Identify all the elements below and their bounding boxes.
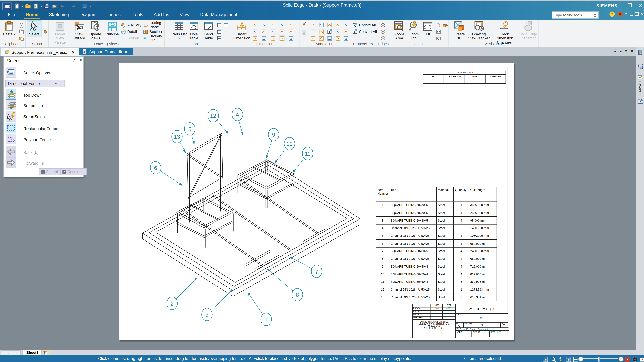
- last-sheet-icon[interactable]: ▸❘: [16, 351, 21, 356]
- update-all-button[interactable]: AUpdate All: [352, 22, 377, 28]
- dimension-tool-4-button[interactable]: [279, 22, 284, 27]
- broken-out-button[interactable]: Broken-Out: [143, 35, 164, 41]
- annotation-tool-2-button[interactable]: [319, 22, 324, 27]
- parts-list-row[interactable]: 5Channel DIN 1026 - U 50x25Steel11080.00…: [376, 232, 497, 240]
- broken-button[interactable]: Broken: [121, 35, 142, 41]
- parts-list-row[interactable]: 9SQUARE TUBING 50x50x4Steel4712.000 mm: [376, 263, 497, 270]
- restore-button[interactable]: [627, 3, 632, 8]
- ribbon-tab-diagram[interactable]: Diagram: [74, 10, 102, 19]
- annotation-tool-6-button[interactable]: [310, 29, 316, 34]
- close-button[interactable]: ✕: [638, 3, 643, 8]
- dimension-tool-14-button[interactable]: [279, 35, 284, 41]
- refresh-window-button[interactable]: [436, 35, 441, 41]
- zoom-tool-status-icon[interactable]: [559, 356, 564, 361]
- parts-list-row[interactable]: 10SQUARE TUBING 50x50x4Steel4812.000 mm: [376, 270, 497, 278]
- hole-table-button[interactable]: Hole Table: [186, 21, 201, 40]
- drawing-view-tracker-button[interactable]: Drawing View Tracker: [468, 21, 490, 40]
- annotation-tool-14-button[interactable]: [335, 35, 340, 41]
- library-panel-icon[interactable]: [638, 50, 643, 55]
- zoom-slider[interactable]: [582, 358, 618, 359]
- principal-button[interactable]: Principal: [104, 21, 121, 36]
- tab-close-icon[interactable]: ✕: [124, 49, 128, 54]
- update-window-button[interactable]: [443, 22, 448, 27]
- layers-panel-icon[interactable]: [638, 74, 643, 80]
- track-dimension-changes-button[interactable]: 1Track Dimension Changes: [491, 21, 518, 44]
- minimize-button[interactable]: [615, 4, 621, 8]
- zoom-area-button[interactable]: Zoom Area: [392, 21, 406, 40]
- table-tool-4-button[interactable]: [217, 35, 222, 41]
- layers-bottom-up-icon[interactable]: [6, 100, 16, 110]
- forward-arrow-icon[interactable]: [6, 158, 16, 167]
- select-options-button[interactable]: [6, 67, 16, 77]
- parts-list-row[interactable]: 1SQUARE TUBING 80x80x5Steel43580.000 mm: [376, 201, 497, 209]
- select-by-zone-button[interactable]: [42, 22, 48, 27]
- back-arrow-icon[interactable]: [6, 147, 16, 157]
- zoom-status-icon[interactable]: [551, 356, 556, 361]
- table-tool-1-button[interactable]: [217, 22, 222, 27]
- dimension-tool-12-button[interactable]: [261, 35, 267, 41]
- annotation-tool-7-button[interactable]: [319, 29, 324, 34]
- rectangular-fence-icon[interactable]: [6, 123, 16, 133]
- scale-status-icon[interactable]: 123: [566, 356, 571, 361]
- option-label-polygon-fence[interactable]: Polygon Fence: [24, 137, 51, 142]
- table-tool-2-button[interactable]: [224, 22, 229, 27]
- view-wizard-button[interactable]: View Wizard: [72, 21, 87, 40]
- smart-dimension-button[interactable]: Smart Dimension: [232, 21, 250, 40]
- dimension-tool-10-button[interactable]: [288, 29, 294, 34]
- paste-button[interactable]: Paste: [2, 21, 16, 36]
- next-sheet-icon[interactable]: ▸: [11, 351, 16, 356]
- select-visible-button[interactable]: [42, 29, 48, 34]
- annotation-tool-13-button[interactable]: [327, 35, 332, 41]
- select-button[interactable]: Select: [27, 21, 41, 36]
- panel-help-icon[interactable]: ?: [72, 58, 75, 62]
- option-label-forward-n-[interactable]: Forward [n]: [24, 161, 44, 165]
- video-button[interactable]: [625, 356, 630, 361]
- parts-list-button[interactable]: Parts List: [171, 21, 187, 40]
- fit-button[interactable]: Fit: [422, 21, 434, 36]
- parts-list-table[interactable]: Item NumberTitleMaterialQuantityCut Leng…: [376, 187, 497, 301]
- parts-list-row[interactable]: 2SQUARE TUBING 80x80x5Steel42580.000 mm: [376, 209, 497, 217]
- dimension-tool-6-button[interactable]: [252, 29, 258, 34]
- model-view-palette-button[interactable]: Model View Palette: [51, 21, 69, 44]
- text-profile-button[interactable]: [302, 29, 307, 35]
- parts-list-row[interactable]: 7SQUARE TUBING 80x80x5Steel42420.000 mm: [376, 247, 497, 255]
- record-button[interactable]: [632, 356, 637, 361]
- annotation-tool-4-button[interactable]: [335, 22, 340, 27]
- drawing-sheet[interactable]: 12451391011678231 REVISION HISTORY REVDE…: [119, 63, 514, 340]
- parts-list-row[interactable]: 11SQUARE TUBING 50x50x4Steel8362.998 mm: [376, 278, 497, 286]
- visible-edges-button[interactable]: [380, 29, 386, 34]
- ribbon-tab-home[interactable]: Home: [20, 10, 44, 19]
- dimension-tool-5-button[interactable]: [288, 22, 294, 27]
- tab-scroll-right-icon[interactable]: ▸: [620, 49, 622, 53]
- dimension-tool-9-button[interactable]: [279, 29, 284, 34]
- deselect-button[interactable]: ✕ Deselect: [60, 168, 87, 175]
- tab-close-icon[interactable]: ✕: [72, 50, 75, 54]
- dimension-tool-8-button[interactable]: [270, 29, 276, 34]
- shaded-edges-button[interactable]: [380, 22, 386, 27]
- annotation-tool-8-button[interactable]: A: [327, 29, 332, 34]
- help-button[interactable]: ?: [624, 12, 628, 16]
- parts-list-row[interactable]: 13Channel DIN 1026 - U 50x25Steel2616.30…: [376, 293, 497, 301]
- paste-options-button[interactable]: [19, 35, 24, 41]
- text-button[interactable]: AA: [302, 21, 307, 27]
- bend-table-button[interactable]: Bend Table: [201, 21, 216, 40]
- dimension-tool-7-button[interactable]: [261, 29, 267, 34]
- option-label-top-down[interactable]: Top Down: [24, 93, 42, 97]
- search-input[interactable]: Type to find tools: [552, 11, 599, 19]
- doc-restore-button[interactable]: [634, 12, 639, 16]
- section-button[interactable]: Section: [143, 29, 164, 34]
- cutting-plane-button[interactable]: Cutting Plane: [143, 22, 164, 28]
- help-panel-icon[interactable]: ?: [638, 99, 643, 105]
- table-tool-3-button[interactable]: [217, 29, 222, 34]
- annotation-tool-11-button[interactable]: [310, 35, 316, 41]
- zoom-area-status-icon[interactable]: [543, 356, 548, 361]
- dimension-tool-1-button[interactable]: [252, 22, 258, 27]
- parts-list-row[interactable]: 8Channel DIN 1026 - U 50x25Steel4682.000…: [376, 255, 497, 263]
- ribbon-tab-inspect[interactable]: Inspect: [102, 10, 127, 19]
- fence-mode-dropdown[interactable]: Directional Fence: [5, 80, 65, 87]
- detail-button[interactable]: Detail: [121, 29, 142, 34]
- dimension-tool-11-button[interactable]: [252, 35, 258, 41]
- fit-status-icon[interactable]: [574, 356, 578, 361]
- tab-support-frame-asm[interactable]: Support Frame.asm in _Press... ✕: [1, 48, 81, 56]
- tab-bar-close-icon[interactable]: ✕: [630, 49, 634, 53]
